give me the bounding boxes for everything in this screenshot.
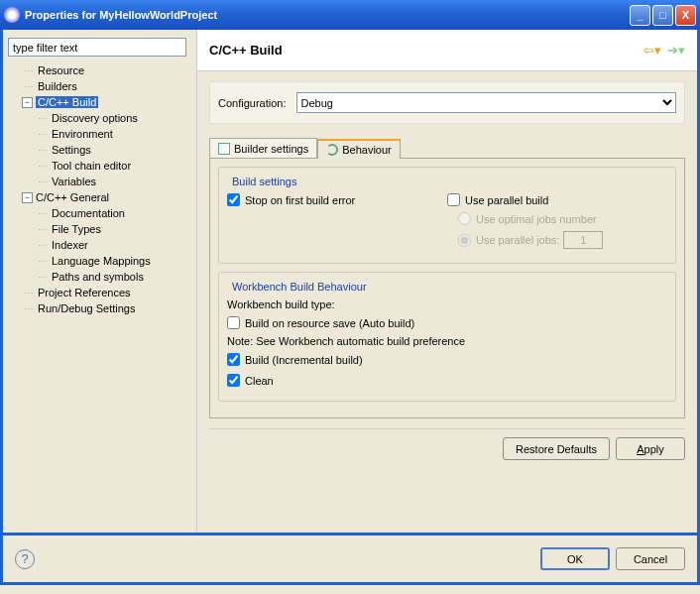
tabs: Builder settings Behaviour — [209, 138, 685, 158]
dialog-footer: ? OK Cancel — [0, 535, 700, 585]
build-on-save-label: Build on resource save (Auto build) — [245, 317, 414, 329]
incremental-build-checkbox[interactable] — [227, 353, 240, 366]
configuration-label: Configuration: — [218, 97, 287, 109]
tree-documentation[interactable]: Documentation — [36, 205, 191, 221]
build-on-save-checkbox[interactable] — [227, 316, 240, 329]
parallel-jobs-label: Use parallel jobs: — [476, 234, 559, 246]
close-button[interactable]: X — [675, 5, 696, 26]
tree-ccgeneral[interactable]: −C/C++ General — [22, 189, 191, 205]
optimal-jobs-label: Use optimal jobs number — [476, 213, 597, 225]
parallel-jobs-spinner — [563, 231, 603, 249]
optimal-jobs-radio — [458, 212, 471, 225]
workbench-legend: Workbench Build Behaviour — [229, 281, 370, 293]
configuration-row: Configuration: Debug — [209, 81, 685, 124]
back-arrow-icon[interactable]: ⇦▾ — [643, 43, 661, 58]
tree-indexer[interactable]: Indexer — [36, 237, 191, 253]
left-panel: Resource Builders −C/C++ Build Discovery… — [3, 30, 196, 533]
tree-filetypes[interactable]: File Types — [36, 221, 191, 237]
maximize-button[interactable]: □ — [652, 5, 673, 26]
app-icon — [4, 7, 20, 23]
tree-projrefs[interactable]: Project References — [22, 285, 191, 300]
tree-pathssym[interactable]: Paths and symbols — [36, 269, 191, 285]
collapse-icon[interactable]: − — [22, 192, 33, 203]
window-title: Properties for MyHellowWorldProject — [25, 9, 628, 21]
stop-on-error-checkbox[interactable] — [227, 193, 240, 206]
build-settings-legend: Build settings — [229, 176, 299, 187]
right-panel: C/C++ Build ⇦▾ ➔▾ Configuration: Debug B… — [196, 30, 697, 533]
settings-icon — [218, 143, 230, 155]
apply-button[interactable]: Apply — [616, 437, 685, 460]
help-icon[interactable]: ? — [15, 549, 35, 569]
collapse-icon[interactable]: − — [22, 97, 33, 108]
use-parallel-checkbox[interactable] — [447, 193, 460, 206]
incremental-build-label: Build (Incremental build) — [245, 354, 363, 366]
tree-builders[interactable]: Builders — [22, 78, 191, 94]
workbench-group: Workbench Build Behaviour Workbench buil… — [218, 272, 676, 402]
workbench-note: Note: See Workbench automatic build pref… — [227, 335, 667, 347]
page-footer: Restore Defaults Apply — [209, 428, 685, 468]
parallel-jobs-radio — [458, 234, 471, 247]
tree-variables[interactable]: Variables — [36, 174, 191, 189]
minimize-button[interactable]: _ — [630, 5, 650, 26]
build-settings-group: Build settings Stop on first build error… — [218, 167, 676, 264]
tree-rundebug[interactable]: Run/Debug Settings — [22, 300, 191, 316]
tree-toolchain[interactable]: Tool chain editor — [36, 158, 191, 174]
tree-discovery[interactable]: Discovery options — [36, 110, 191, 126]
refresh-icon — [326, 144, 338, 156]
workbench-type-label: Workbench build type: — [227, 298, 667, 310]
tab-content: Build settings Stop on first build error… — [209, 158, 685, 418]
forward-arrow-icon[interactable]: ➔▾ — [667, 43, 685, 58]
cancel-button[interactable]: Cancel — [616, 547, 685, 570]
clean-label: Clean — [245, 375, 274, 387]
ok-button[interactable]: OK — [540, 547, 610, 570]
stop-on-error-label: Stop on first build error — [245, 194, 355, 206]
tree-ccbuild[interactable]: −C/C++ Build — [22, 94, 191, 110]
page-title: C/C++ Build — [209, 43, 638, 58]
restore-defaults-button[interactable]: Restore Defaults — [503, 437, 610, 460]
clean-checkbox[interactable] — [227, 374, 240, 387]
configuration-select[interactable]: Debug — [296, 92, 677, 113]
tree-langmap[interactable]: Language Mappings — [36, 253, 191, 269]
page-header: C/C++ Build ⇦▾ ➔▾ — [197, 30, 697, 71]
nav-tree: Resource Builders −C/C++ Build Discovery… — [8, 62, 191, 525]
use-parallel-label: Use parallel build — [465, 194, 548, 206]
tree-resource[interactable]: Resource — [22, 62, 191, 78]
titlebar[interactable]: Properties for MyHellowWorldProject _ □ … — [0, 0, 700, 30]
tree-settings[interactable]: Settings — [36, 142, 191, 158]
tab-builder-settings[interactable]: Builder settings — [209, 138, 317, 158]
tree-environment[interactable]: Environment — [36, 126, 191, 142]
tab-behaviour[interactable]: Behaviour — [317, 139, 401, 159]
filter-input[interactable] — [8, 38, 186, 57]
